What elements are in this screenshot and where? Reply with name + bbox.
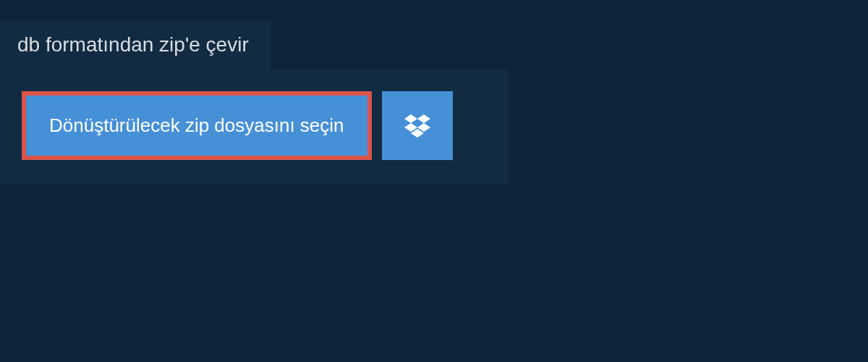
header-tab: db formatından zip'e çevir xyxy=(0,20,271,70)
button-row: Dönüştürülecek zip dosyasını seçin xyxy=(22,91,487,160)
select-file-button[interactable]: Dönüştürülecek zip dosyasını seçin xyxy=(22,91,372,160)
upload-panel: Dönüştürülecek zip dosyasını seçin xyxy=(0,70,509,185)
dropbox-button[interactable] xyxy=(382,91,453,160)
dropbox-icon xyxy=(404,114,430,138)
page-title: db formatından zip'e çevir xyxy=(17,33,249,56)
